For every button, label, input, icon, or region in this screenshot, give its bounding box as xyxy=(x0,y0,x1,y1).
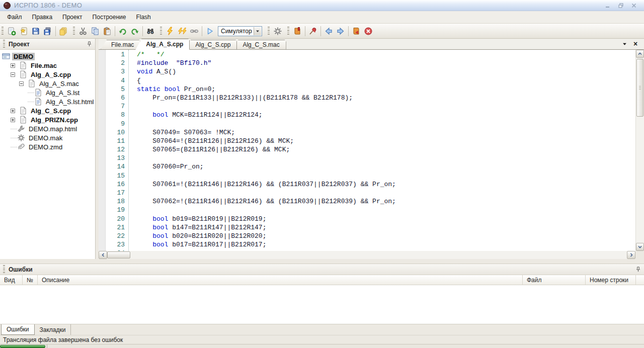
column-header-spacer xyxy=(636,275,644,285)
menu-item-edit[interactable]: Правка xyxy=(27,11,58,23)
code-line: Pr_on=(B211R133||B212R133)||(B211R178 &&… xyxy=(137,94,635,102)
link-button[interactable] xyxy=(188,25,200,37)
scrollbar-thumb[interactable] xyxy=(636,59,643,117)
bottom-tab-errors[interactable]: Ошибки xyxy=(1,324,35,335)
open-folder-icon xyxy=(59,27,68,36)
line-number: 5 xyxy=(106,85,125,94)
scroll-right-button[interactable] xyxy=(627,251,635,259)
tree-item-demo[interactable]: DEMO xyxy=(0,52,95,61)
code-segment: b147=B211R147||B212R147; xyxy=(168,224,266,231)
back-icon xyxy=(324,27,333,36)
code-pane[interactable]: /* */#include "Bfi70.h"void A_S(){static… xyxy=(129,50,635,251)
project-panel: Проект DEMOFile.macAlg_A_S.cppAlg_A_S.ma… xyxy=(0,39,96,259)
bottom-tab-bookmarks[interactable]: Закладки xyxy=(35,324,71,335)
copy-icon xyxy=(91,27,100,36)
save-all-button[interactable] xyxy=(42,25,54,37)
close-document-button[interactable]: × xyxy=(632,40,639,47)
open-folder-button[interactable] xyxy=(57,25,69,37)
tab-alg-c-s-mac[interactable]: Alg_C_S.mac xyxy=(232,40,286,49)
run-button[interactable] xyxy=(204,25,216,37)
expand-icon[interactable] xyxy=(11,109,15,113)
close-button[interactable] xyxy=(630,2,638,9)
tree-item-file-mac[interactable]: File.mac xyxy=(0,61,95,70)
column-header-3[interactable]: Файл xyxy=(523,275,586,285)
pin-icon[interactable] xyxy=(634,266,642,274)
code-line: S07064=!(B211R126||B212R126) && MCK; xyxy=(137,137,635,145)
toolbar-grip[interactable] xyxy=(160,27,162,36)
redo-button[interactable] xyxy=(129,25,141,37)
new-project-button[interactable] xyxy=(6,25,18,37)
undo-button[interactable] xyxy=(117,25,129,37)
simulator-select[interactable]: Симулятор xyxy=(218,26,262,36)
horizontal-splitter[interactable] xyxy=(0,259,644,264)
tree-item-alg-a-s-lst-html[interactable]: Alg_A_S.lst.html xyxy=(0,97,95,106)
line-number: 20 xyxy=(106,215,125,223)
tree-item-alg-a-s-cpp[interactable]: Alg_A_S.cpp xyxy=(0,70,95,79)
rebuild-button[interactable] xyxy=(176,25,188,37)
scroll-up-button[interactable] xyxy=(636,50,644,58)
column-header-1[interactable]: № xyxy=(23,275,38,285)
toolbar-grip[interactable] xyxy=(287,27,289,36)
code-segment: /* */ xyxy=(137,51,165,58)
restore-button[interactable] xyxy=(617,2,625,9)
editor-tab-bar: File.macAlg_A_S.cppAlg_C_S.cppAlg_C_S.ma… xyxy=(99,39,644,50)
find-button[interactable] xyxy=(144,25,156,37)
tab-list-dropdown-icon[interactable] xyxy=(621,40,628,47)
toolbar-grip[interactable] xyxy=(268,27,270,36)
save-button[interactable] xyxy=(30,25,42,37)
menu-item-file[interactable]: Файл xyxy=(2,11,27,23)
pin-button[interactable] xyxy=(307,25,319,37)
report-button[interactable] xyxy=(350,25,362,37)
stop-button[interactable] xyxy=(362,25,374,37)
tree-connector xyxy=(11,129,17,129)
menu-item-flash[interactable]: Flash xyxy=(131,11,155,23)
cut-button[interactable] xyxy=(77,25,89,37)
copy-button[interactable] xyxy=(89,25,101,37)
collapse-icon[interactable] xyxy=(11,72,15,77)
tree-item-label: Alg_PRIZN.cpp xyxy=(29,116,79,124)
tree-item-demo-map-html[interactable]: DEMO.map.html xyxy=(0,124,95,133)
tree-item-demo-zmd[interactable]: DEMO.zmd xyxy=(0,142,95,151)
tab-alg-c-s-cpp[interactable]: Alg_C_S.cpp xyxy=(185,40,237,49)
new-file-button[interactable] xyxy=(18,25,30,37)
log-button[interactable] xyxy=(291,25,303,37)
scrollbar-thumb[interactable] xyxy=(107,251,130,258)
column-header-4[interactable]: Номер строки xyxy=(586,275,636,285)
expand-icon[interactable] xyxy=(11,63,15,68)
back-button[interactable] xyxy=(323,25,335,37)
tree-item-alg-prizn-cpp[interactable]: Alg_PRIZN.cpp xyxy=(0,115,95,124)
menu-item-project[interactable]: Проект xyxy=(57,11,88,23)
code-segment: Pr_on=0; xyxy=(180,85,215,93)
minimize-button[interactable] xyxy=(604,2,612,9)
toolbar-grip[interactable] xyxy=(73,27,75,36)
tree-item-alg-a-s-mac[interactable]: Alg_A_S.mac xyxy=(0,79,95,88)
toolbar-grip[interactable] xyxy=(2,27,4,36)
tab-alg-a-s-cpp[interactable]: Alg_A_S.cpp xyxy=(135,39,190,50)
vertical-scrollbar[interactable] xyxy=(635,50,644,251)
scroll-down-button[interactable] xyxy=(636,243,644,251)
menu-item-build[interactable]: Построение xyxy=(88,11,131,23)
scrollbar-track[interactable] xyxy=(130,251,627,259)
scrollbar-track[interactable] xyxy=(636,58,644,243)
column-header-0[interactable]: Вид xyxy=(0,275,23,285)
code-segment: MCK=B211R124||B212R124; xyxy=(168,111,262,119)
forward-button[interactable] xyxy=(335,25,347,37)
scroll-left-button[interactable] xyxy=(99,251,107,259)
tab-file-mac[interactable]: File.mac xyxy=(101,40,140,49)
main-area: Проект DEMOFile.macAlg_A_S.cppAlg_A_S.ma… xyxy=(0,39,644,259)
tree-item-demo-mak[interactable]: DEMO.mak xyxy=(0,133,95,142)
paste-button[interactable] xyxy=(101,25,113,37)
pin-icon[interactable] xyxy=(85,40,93,48)
horizontal-scrollbar[interactable] xyxy=(99,251,635,259)
settings-button[interactable] xyxy=(272,25,284,37)
collapse-icon[interactable] xyxy=(19,81,24,86)
column-header-2[interactable]: Описание xyxy=(38,275,523,285)
code-editor[interactable]: 123456789101112131415161718192021222324 … xyxy=(99,50,635,251)
errors-list[interactable] xyxy=(0,285,644,324)
expand-icon[interactable] xyxy=(11,118,15,122)
tree-item-alg-c-s-cpp[interactable]: Alg_C_S.cpp xyxy=(0,106,95,115)
log-icon xyxy=(293,27,302,36)
combo-dropdown-button[interactable] xyxy=(254,27,261,35)
build-button[interactable] xyxy=(164,25,176,37)
tree-item-alg-a-s-lst[interactable]: Alg_A_S.lst xyxy=(0,88,95,97)
